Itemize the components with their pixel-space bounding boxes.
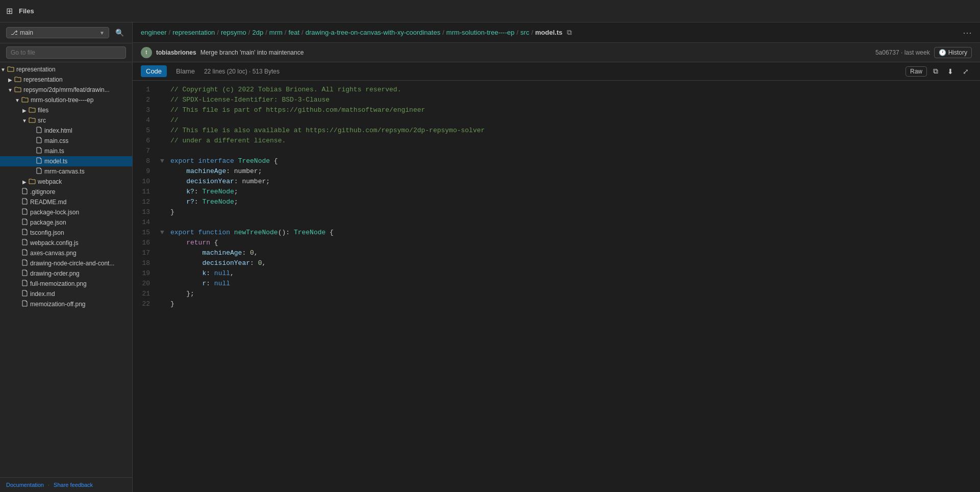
punct-token: : <box>206 280 214 287</box>
punct-token: (): <box>278 229 294 236</box>
breadcrumb-more-button[interactable]: ⋯ <box>963 27 972 38</box>
punct-token: : number; <box>226 167 262 175</box>
blame-tab[interactable]: Blame <box>171 65 200 77</box>
tree-indent <box>0 168 29 176</box>
comment-token: // <box>170 116 179 124</box>
folder-icon <box>14 76 21 84</box>
file-icon <box>21 198 28 206</box>
tree-item-src-folder[interactable]: ▼src <box>0 115 132 126</box>
main-layout: ⎇ main ▼ 🔍 ▼representation ▶representati… <box>0 22 980 492</box>
tree-item-webpack-config[interactable]: webpack.config.js <box>0 238 132 248</box>
tree-item-gitignore[interactable]: .gitignore <box>0 187 132 197</box>
line-number: 10 <box>133 177 158 187</box>
tree-indent <box>0 260 14 267</box>
tree-item-readme-md[interactable]: README.md <box>0 197 132 207</box>
tree-item-mrm-solution-folder[interactable]: ▼mrm-solution-tree----ep <box>0 95 132 105</box>
commit-hash: 5a06737 · last week <box>875 49 930 56</box>
file-icon <box>36 137 42 145</box>
tree-item-files-folder[interactable]: ▶files <box>0 105 132 115</box>
line-code: export function newTreeNode(): TreeNode … <box>166 228 980 238</box>
fold-arrow-icon[interactable]: ▼ <box>158 156 166 166</box>
tree-item-full-memo[interactable]: full-memoization.png <box>0 279 132 289</box>
expand-button[interactable]: ⤢ <box>960 66 972 77</box>
breadcrumb-bc-2dp[interactable]: 2dp <box>252 29 263 36</box>
raw-button[interactable]: Raw <box>906 66 927 77</box>
tree-label: package-lock.json <box>30 209 79 216</box>
tree-item-memoization-off[interactable]: memoization-off.png <box>0 299 132 309</box>
tree-arrow-icon: ▶ <box>21 179 28 185</box>
search-input[interactable] <box>6 46 126 59</box>
breadcrumb-bc-feat[interactable]: feat <box>288 29 299 36</box>
breadcrumb-bc-src[interactable]: src <box>520 29 529 36</box>
breadcrumb-bc-drawing[interactable]: drawing-a-tree-on-canvas-with-xy-coordin… <box>306 29 440 36</box>
prop-name-token: k? <box>170 188 194 195</box>
tree-item-package-lock-json[interactable]: package-lock.json <box>0 207 132 217</box>
tree-indent <box>0 96 14 104</box>
tree-indent <box>0 209 14 216</box>
line-code: k: null, <box>166 268 980 279</box>
tree-item-tsconfig-json[interactable]: tsconfig.json <box>0 228 132 238</box>
breadcrumb-copy-button[interactable]: ⧉ <box>565 27 574 38</box>
breadcrumb-sep: / <box>531 29 533 36</box>
commit-author[interactable]: tobiasbriones <box>156 49 196 56</box>
copy-raw-button[interactable]: ⧉ <box>930 66 941 77</box>
line-code: // SPDX-License-Identifier: BSD-3-Clause <box>166 95 980 105</box>
tree-item-representation-root[interactable]: ▼representation <box>0 64 132 75</box>
kw-export-token: export <box>170 157 198 165</box>
history-button[interactable]: 🕐 History <box>934 47 972 58</box>
tree-item-drawing-order[interactable]: drawing-order.png <box>0 268 132 279</box>
line-number: 20 <box>133 279 158 289</box>
code-tab[interactable]: Code <box>141 65 167 77</box>
tree-item-drawing-node[interactable]: drawing-node-circle-and-cont... <box>0 258 132 268</box>
breadcrumb-bc-repsymo[interactable]: repsymo <box>221 29 246 36</box>
tree-arrow-icon: ▼ <box>14 97 20 103</box>
line-number: 8 <box>133 156 158 166</box>
sidebar-search-button[interactable]: 🔍 <box>113 27 126 39</box>
type-name-token: TreeNode <box>238 157 270 165</box>
table-row: 13} <box>133 207 980 217</box>
table-row: 8▼export interface TreeNode { <box>133 156 980 166</box>
tree-item-index-html[interactable]: index.html <box>0 126 132 136</box>
feedback-link[interactable]: Share feedback <box>54 482 93 488</box>
download-button[interactable]: ⬇ <box>944 66 957 77</box>
tree-item-representation-folder[interactable]: ▶representation <box>0 75 132 85</box>
line-code: decisionYear: 0, <box>166 258 980 268</box>
fold-arrow-icon[interactable]: ▼ <box>158 228 166 238</box>
file-icon <box>21 280 28 288</box>
tree-item-webpack-folder[interactable]: ▶webpack <box>0 177 132 187</box>
line-code: } <box>166 299 980 309</box>
breadcrumb-bc-mrm-ep[interactable]: mrm-solution-tree----ep <box>446 29 515 36</box>
breadcrumb-bc-mrm[interactable]: mrm <box>269 29 283 36</box>
table-row: 2// SPDX-License-Identifier: BSD-3-Claus… <box>133 95 980 105</box>
commit-bar: t tobiasbriones Merge branch 'main' into… <box>133 43 980 62</box>
prop-name-token: k <box>170 269 206 277</box>
tree-item-main-ts[interactable]: main.ts <box>0 146 132 156</box>
tree-arrow-icon: ▶ <box>7 77 13 83</box>
tree-label: drawing-order.png <box>30 270 80 277</box>
branch-dropdown-icon: ▼ <box>99 30 105 36</box>
docs-link[interactable]: Documentation <box>6 482 44 488</box>
table-row: 21 }; <box>133 289 980 299</box>
line-code: } <box>166 207 980 217</box>
tree-item-model-ts[interactable]: model.ts <box>0 156 132 166</box>
breadcrumb-sep: / <box>516 29 518 36</box>
branch-selector[interactable]: ⎇ main ▼ <box>6 27 109 38</box>
line-code: // This file is part of https://github.c… <box>166 105 980 115</box>
tree-item-main-css[interactable]: main.css <box>0 136 132 146</box>
tree-item-mrm-canvas-ts[interactable]: mrm-canvas.ts <box>0 166 132 177</box>
tree-item-index-md[interactable]: index.md <box>0 289 132 299</box>
breadcrumb-bc-representation[interactable]: representation <box>172 29 215 36</box>
tree-item-repsymo-folder[interactable]: ▼repsymo/2dp/mrm/feat/drawin... <box>0 85 132 95</box>
tree-indent <box>0 107 21 114</box>
history-clock-icon: 🕐 <box>939 49 946 56</box>
line-number: 22 <box>133 299 158 309</box>
tree-item-package-json[interactable]: package.json <box>0 217 132 228</box>
breadcrumb-bc-engineer[interactable]: engineer <box>141 29 167 36</box>
table-row: 12 r?: TreeNode; <box>133 197 980 207</box>
tree-item-axes-canvas[interactable]: axes-canvas.png <box>0 248 132 258</box>
line-code: // under a different license. <box>166 136 980 146</box>
tree-indent <box>0 280 14 288</box>
line-code: // Copyright (c) 2022 Tobias Briones. Al… <box>166 85 980 95</box>
table-row: 7 <box>133 146 980 156</box>
line-number: 9 <box>133 166 158 177</box>
